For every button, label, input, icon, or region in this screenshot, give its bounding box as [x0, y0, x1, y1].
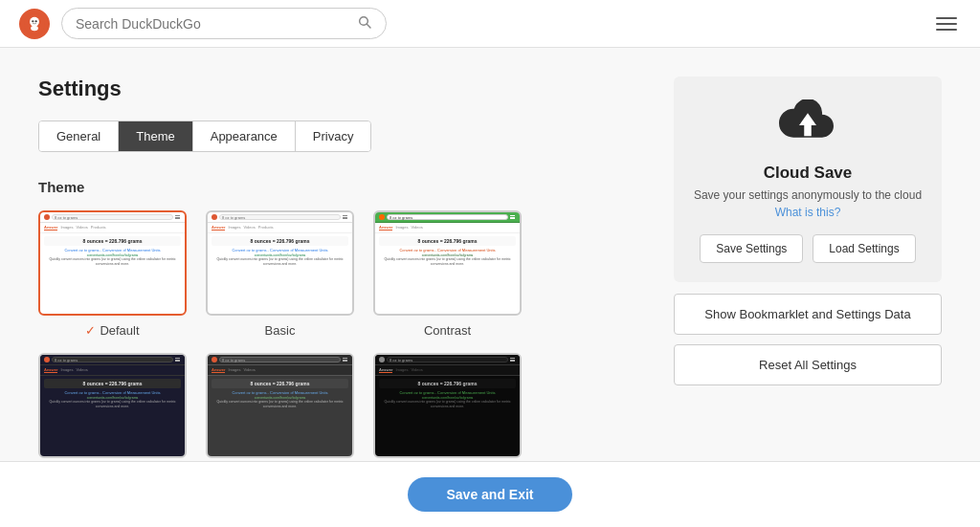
svg-point-4: [35, 20, 37, 22]
theme-preview-dark: 8 oz to grams AnswerImagesVideos 8 ounce…: [38, 353, 187, 458]
show-bookmarklet-button[interactable]: Show Bookmarklet and Settings Data: [674, 294, 942, 335]
search-bar[interactable]: [61, 8, 387, 39]
theme-preview-basic: 8 oz to grams AnswerImagesVideosProducts…: [206, 210, 354, 316]
theme-card-contrast[interactable]: 8 oz to grams AnswerImagesVideos 8 ounce…: [373, 210, 522, 338]
save-bar: Save and Exit: [0, 461, 980, 527]
theme-preview-default: 8 oz to grams AnswerImagesVideosProducts…: [38, 210, 187, 316]
theme-label-contrast: Contrast: [373, 323, 522, 338]
hamburger-menu[interactable]: [932, 13, 961, 34]
cloud-upload-icon: [693, 99, 923, 150]
reset-settings-button[interactable]: Reset All Settings: [674, 344, 942, 385]
cloud-save-subtitle: Save your settings anonymously to the cl…: [693, 188, 923, 202]
theme-grid: 8 oz to grams AnswerImagesVideosProducts…: [38, 210, 635, 480]
selected-checkmark: ✓: [85, 323, 96, 338]
svg-point-6: [36, 20, 37, 21]
theme-label-basic: Basic: [206, 323, 354, 338]
what-is-this-link[interactable]: What is this?: [693, 206, 923, 219]
save-exit-button[interactable]: Save and Exit: [408, 477, 571, 512]
cloud-save-title: Cloud Save: [693, 164, 923, 183]
main-content: Settings General Theme Appearance Privac…: [0, 48, 980, 509]
theme-card-default[interactable]: 8 oz to grams AnswerImagesVideosProducts…: [38, 210, 187, 338]
header-left: [19, 8, 387, 39]
svg-point-5: [33, 20, 33, 21]
settings-tabs: General Theme Appearance Privacy: [38, 121, 371, 152]
save-settings-button[interactable]: Save Settings: [700, 234, 803, 263]
svg-point-3: [32, 20, 33, 22]
load-settings-button[interactable]: Load Settings: [813, 234, 915, 263]
tab-appearance[interactable]: Appearance: [193, 121, 296, 151]
ddg-logo[interactable]: [19, 9, 50, 39]
svg-line-8: [367, 24, 370, 28]
page-title: Settings: [38, 77, 635, 101]
svg-point-1: [30, 16, 39, 26]
theme-label-default: ✓ Default: [38, 323, 187, 338]
svg-point-2: [31, 25, 38, 31]
theme-preview-contrast: 8 oz to grams AnswerImagesVideos 8 ounce…: [373, 210, 522, 316]
theme-section-label: Theme: [38, 179, 635, 195]
search-input[interactable]: [76, 16, 349, 32]
right-panel: Cloud Save Save your settings anonymousl…: [674, 77, 942, 480]
tab-privacy[interactable]: Privacy: [296, 121, 371, 151]
search-icon[interactable]: [357, 14, 372, 33]
tab-theme[interactable]: Theme: [119, 121, 192, 151]
theme-preview-terminal: 8 oz to grams AnswerImagesVideos 8 ounce…: [373, 353, 522, 458]
left-panel: Settings General Theme Appearance Privac…: [38, 77, 635, 480]
theme-card-basic[interactable]: 8 oz to grams AnswerImagesVideosProducts…: [206, 210, 354, 338]
header: [0, 0, 980, 48]
tab-general[interactable]: General: [39, 121, 119, 151]
theme-preview-gray: 8 oz to grams AnswerImagesVideos 8 ounce…: [206, 353, 354, 458]
cloud-save-card: Cloud Save Save your settings anonymousl…: [674, 77, 942, 282]
cloud-buttons: Save Settings Load Settings: [693, 234, 923, 263]
